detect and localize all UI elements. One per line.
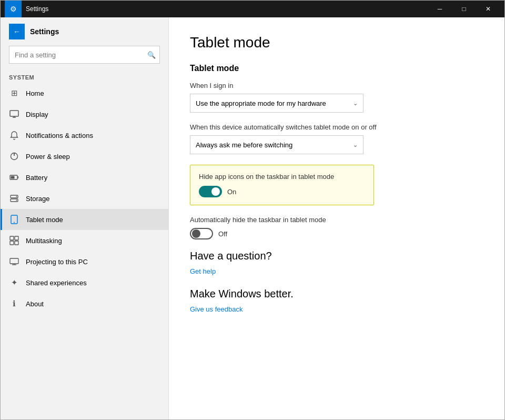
sign-in-dropdown[interactable]: Use the appropriate mode for my hardware… (190, 94, 363, 113)
battery-icon (9, 172, 19, 183)
auto-hide-label: Automatically hide the taskbar in tablet… (190, 216, 483, 224)
sign-in-dropdown-arrow: ⌄ (353, 100, 358, 107)
sidebar-header: ← Settings (1, 17, 168, 46)
home-icon: ⊞ (9, 88, 19, 98)
power-icon (9, 151, 19, 162)
notifications-icon (9, 130, 19, 141)
app-body: ← Settings 🔍 System ⊞ Home (1, 17, 504, 419)
make-better-title: Make Windows better. (190, 288, 483, 300)
sidebar-item-label-about: About (26, 300, 44, 308)
switch-dropdown[interactable]: Always ask me before switching ⌄ (190, 135, 363, 154)
svg-rect-0 (10, 111, 18, 116)
sidebar-item-label-notifications: Notifications & actions (26, 132, 93, 139)
sidebar-item-label-power: Power & sleep (26, 153, 70, 161)
hide-icons-toggle[interactable] (199, 186, 222, 197)
when-switch-label: When this device automatically switches … (190, 123, 483, 131)
hide-icons-toggle-knob (211, 187, 220, 196)
auto-hide-toggle[interactable] (190, 228, 213, 239)
projecting-icon (9, 256, 19, 267)
svg-point-12 (16, 196, 17, 197)
auto-hide-toggle-knob (192, 229, 200, 238)
sidebar-item-notifications[interactable]: Notifications & actions (1, 125, 168, 146)
system-section-label: System (1, 70, 168, 83)
switch-dropdown-arrow: ⌄ (353, 142, 358, 148)
sidebar-item-tablet[interactable]: Tablet mode (1, 209, 168, 230)
settings-window: ⚙ Settings ─ □ ✕ ← Settings 🔍 System ⊞ (0, 0, 505, 420)
shared-icon: ✦ (9, 277, 19, 288)
question-title: Have a question? (190, 250, 483, 262)
sidebar-item-home[interactable]: ⊞ Home (1, 83, 168, 104)
sidebar-item-label-tablet: Tablet mode (26, 216, 63, 224)
sidebar-item-label-battery: Battery (26, 174, 47, 182)
page-title: Tablet mode (190, 34, 483, 51)
main-content: Tablet mode Tablet mode When I sign in U… (169, 17, 504, 419)
svg-rect-20 (10, 258, 18, 264)
svg-rect-17 (15, 236, 18, 240)
close-button[interactable]: ✕ (476, 1, 500, 17)
sign-in-dropdown-value: Use the appropriate mode for my hardware (196, 99, 326, 107)
section-title: Tablet mode (190, 64, 483, 73)
about-icon: ℹ (9, 298, 19, 309)
svg-rect-6 (11, 176, 15, 179)
display-icon (9, 109, 19, 119)
minimize-button[interactable]: ─ (428, 1, 452, 17)
sidebar-app-title: Settings (30, 27, 59, 36)
sidebar-item-label-shared: Shared experiences (26, 279, 87, 287)
sidebar-item-label-home: Home (26, 89, 44, 97)
storage-icon (9, 193, 19, 204)
svg-rect-18 (10, 241, 14, 245)
hide-icons-label: Hide app icons on the taskbar in tablet … (199, 173, 365, 181)
switch-dropdown-value: Always ask me before switching (196, 141, 292, 149)
sidebar-item-power[interactable]: Power & sleep (1, 146, 168, 167)
sidebar-item-label-projecting: Projecting to this PC (26, 258, 88, 266)
tablet-icon (9, 214, 19, 225)
titlebar: ⚙ Settings ─ □ ✕ (1, 1, 504, 17)
when-sign-in-label: When I sign in (190, 82, 483, 89)
window-title: Settings (26, 5, 428, 13)
svg-point-13 (16, 200, 17, 201)
sidebar-item-shared[interactable]: ✦ Shared experiences (1, 272, 168, 293)
sidebar-item-label-multitasking: Multitasking (26, 237, 62, 245)
sidebar-item-about[interactable]: ℹ About (1, 293, 168, 314)
search-icon: 🔍 (147, 51, 156, 59)
sidebar-item-storage[interactable]: Storage (1, 188, 168, 209)
back-icon: ← (13, 27, 21, 36)
sidebar-item-display[interactable]: Display (1, 104, 168, 125)
hide-icons-state: On (227, 188, 236, 196)
app-icon: ⚙ (5, 1, 22, 17)
sidebar-item-label-display: Display (26, 111, 48, 118)
get-help-link[interactable]: Get help (190, 267, 216, 275)
back-button[interactable]: ← (9, 24, 25, 39)
sidebar-item-label-storage: Storage (26, 195, 50, 203)
svg-rect-19 (15, 241, 18, 245)
svg-rect-16 (10, 236, 14, 240)
hide-icons-toggle-row: On (199, 186, 365, 197)
sidebar-item-multitasking[interactable]: Multitasking (1, 230, 168, 251)
highlight-box: Hide app icons on the taskbar in tablet … (190, 165, 374, 205)
window-controls: ─ □ ✕ (428, 1, 500, 17)
search-input[interactable] (9, 46, 160, 64)
feedback-link[interactable]: Give us feedback (190, 305, 243, 313)
search-box: 🔍 (9, 46, 160, 64)
maximize-button[interactable]: □ (452, 1, 476, 17)
multitasking-icon (9, 235, 19, 246)
sidebar: ← Settings 🔍 System ⊞ Home (1, 17, 169, 419)
auto-hide-state: Off (218, 230, 227, 238)
svg-point-15 (14, 222, 15, 223)
sidebar-item-projecting[interactable]: Projecting to this PC (1, 251, 168, 272)
auto-hide-toggle-row: Off (190, 228, 483, 239)
sidebar-item-battery[interactable]: Battery (1, 167, 168, 188)
